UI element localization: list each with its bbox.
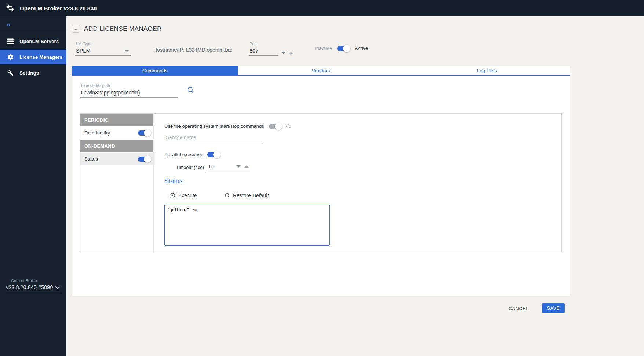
active-toggle[interactable]	[337, 46, 350, 51]
active-label: Active	[355, 46, 368, 51]
command-text-area[interactable]: "pdlice" -m	[164, 205, 330, 246]
parallel-execution-toggle[interactable]	[207, 152, 220, 157]
main-content: ← ADD LICENSE MANAGER LM Type Hostname/I…	[66, 16, 644, 356]
current-broker-label: Current Broker	[11, 278, 61, 283]
parallel-execution-row: Parallel execution	[164, 152, 220, 157]
restore-default-label: Restore Default	[233, 193, 269, 198]
group-header-on-demand: ON-DEMAND	[80, 140, 153, 152]
os-commands-row: Use the operating system start/stop comm…	[164, 123, 290, 129]
execute-button[interactable]: Execute	[170, 193, 197, 198]
footer-actions: CANCEL SAVE	[506, 303, 565, 313]
current-broker-value: v23.8.20.840 #5090	[6, 284, 53, 290]
port-input[interactable]	[249, 47, 278, 56]
os-commands-info-icon[interactable]	[286, 124, 290, 128]
toggle-knob	[213, 151, 221, 158]
service-name-input[interactable]	[164, 133, 262, 143]
lm-type-field: LM Type	[75, 42, 131, 56]
sidebar-item-openlm-servers[interactable]: OpenLM Servers	[0, 34, 66, 48]
executable-path-input[interactable]	[80, 89, 178, 98]
sidebar-nav: OpenLM Servers License Managers Settings	[0, 34, 66, 81]
port-decrement-icon[interactable]	[281, 52, 285, 54]
gear-icon	[7, 54, 14, 61]
command-row-data-inquiry[interactable]: Data Inquiry	[80, 127, 153, 139]
toggle-knob	[144, 129, 151, 137]
timeout-increment-icon[interactable]	[244, 165, 249, 168]
port-field: Port	[249, 42, 278, 56]
execute-label: Execute	[178, 193, 197, 198]
search-icon[interactable]	[187, 87, 194, 95]
save-button[interactable]: SAVE	[542, 303, 565, 313]
port-steppers	[281, 52, 293, 54]
restore-default-button[interactable]: Restore Default	[225, 193, 269, 198]
page-info-icon[interactable]	[155, 27, 159, 31]
tools-icon	[7, 70, 14, 76]
openlm-logo-icon	[6, 4, 15, 12]
executable-path-label: Executable path	[80, 83, 178, 88]
collapse-sidebar-icon[interactable]: «	[7, 21, 11, 28]
timeout-label: Timeout (sec)	[176, 165, 204, 170]
topbar: OpenLM Broker v23.8.20.840	[0, 0, 644, 16]
toggle-knob	[275, 123, 282, 130]
play-circle-icon	[170, 193, 175, 198]
page-title: ADD LICENSE MANAGER	[84, 25, 162, 33]
tab-log-files[interactable]: Log Files	[404, 66, 570, 75]
sidebar-item-label: OpenLM Servers	[19, 39, 59, 44]
back-button[interactable]: ←	[72, 25, 80, 33]
tab-label: Commands	[142, 68, 168, 73]
command-label: Data Inquiry	[84, 130, 110, 136]
executable-path-field: Executable path	[80, 83, 178, 98]
back-arrow-icon: ←	[74, 26, 79, 32]
os-commands-toggle[interactable]	[269, 124, 281, 129]
tab-label: Log Files	[477, 68, 497, 73]
toggle-knob	[343, 45, 350, 52]
os-commands-label: Use the operating system start/stop comm…	[164, 123, 264, 129]
command-row-status[interactable]: Status	[80, 153, 153, 165]
chevron-down-icon	[55, 286, 60, 289]
commands-panel: PERIODIC Data Inquiry ON-DEMAND Status U…	[80, 113, 562, 252]
status-section-title: Status	[164, 177, 183, 185]
license-manager-card: Commands Vendors Log Files Executable pa…	[72, 66, 570, 296]
command-list: PERIODIC Data Inquiry ON-DEMAND Status	[80, 114, 154, 252]
refresh-icon	[225, 193, 230, 198]
parallel-execution-label: Parallel execution	[164, 152, 204, 157]
current-broker-select[interactable]: v23.8.20.840 #5090	[6, 284, 61, 294]
tab-bar: Commands Vendors Log Files	[72, 66, 570, 76]
port-label: Port	[249, 42, 278, 46]
lm-type-caret-icon[interactable]	[125, 50, 129, 52]
app-title: OpenLM Broker v23.8.20.840	[20, 5, 97, 11]
tab-label: Vendors	[312, 68, 330, 73]
command-label: Status	[84, 156, 98, 162]
lm-type-select[interactable]	[75, 47, 131, 56]
sidebar-item-label: Settings	[19, 70, 39, 76]
sidebar-item-settings[interactable]: Settings	[0, 65, 66, 80]
timeout-decrement-icon[interactable]	[236, 165, 241, 168]
cancel-button[interactable]: CANCEL	[506, 305, 531, 312]
sidebar-collapse-bar: «	[0, 16, 66, 32]
tab-vendors[interactable]: Vendors	[238, 66, 404, 75]
timeout-row: Timeout (sec) 60	[176, 163, 250, 172]
group-header-periodic: PERIODIC	[80, 114, 153, 126]
active-state-row: Inactive Active	[315, 46, 368, 51]
tab-commands[interactable]: Commands	[72, 66, 238, 75]
data-inquiry-toggle[interactable]	[138, 130, 150, 136]
status-toggle[interactable]	[138, 157, 150, 162]
sidebar-item-label: License Managers	[19, 54, 62, 60]
sidebar-item-license-managers[interactable]: License Managers	[0, 50, 66, 64]
timeout-value: 60	[209, 163, 215, 169]
timeout-input[interactable]: 60	[207, 163, 250, 172]
lm-type-label: LM Type	[75, 42, 131, 46]
current-broker: Current Broker v23.8.20.840 #5090	[6, 278, 61, 294]
timeout-steppers	[236, 165, 249, 168]
sidebar: « OpenLM Servers License M	[0, 16, 66, 356]
port-increment-icon[interactable]	[289, 52, 293, 54]
toggle-knob	[144, 155, 151, 163]
inactive-label: Inactive	[315, 46, 332, 51]
hostname-text: Hostname/IP: L324MD.openlm.biz	[153, 47, 232, 53]
service-name-field	[164, 133, 262, 143]
servers-icon	[7, 38, 14, 44]
